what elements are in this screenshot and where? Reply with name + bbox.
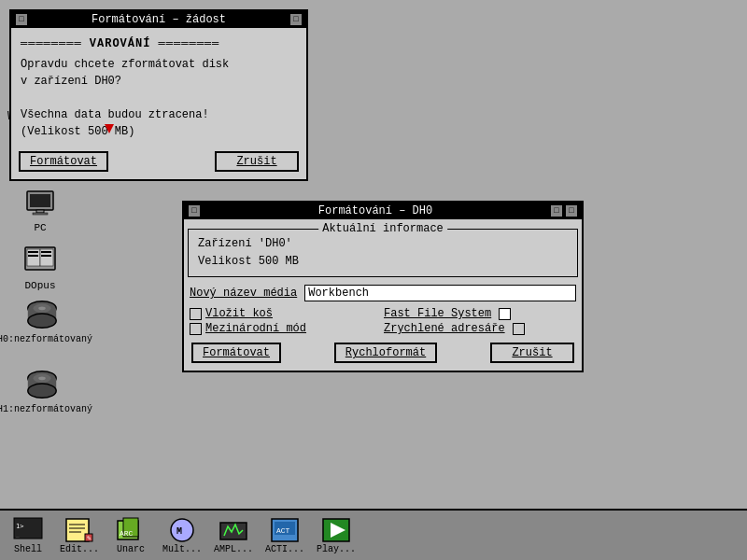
play-icon	[320, 516, 352, 544]
checkbox-mezinarodni-label: Mezinárodní mód	[205, 322, 306, 335]
checkbox-zrychlene-label: Zrychlené adresáře	[384, 322, 505, 335]
warning-line1: Opravdu chcete zformátovat disk	[21, 56, 297, 73]
checkbox-efs-box[interactable]	[499, 308, 511, 320]
format-format-btn[interactable]: Formátovat	[191, 343, 281, 363]
icon-dh0-label: DH0:nezformátovaný	[0, 334, 92, 344]
svg-text:✎: ✎	[87, 534, 92, 542]
format-min-btn[interactable]: □	[550, 204, 563, 217]
checkbox-zrychlene-box[interactable]	[513, 323, 525, 335]
warning-close-btn[interactable]: □	[15, 13, 28, 26]
taskbar: 1> _ Shell ✎ Edit... ARC	[0, 509, 747, 560]
format-max-btn[interactable]: □	[565, 204, 578, 217]
acti-icon: ACT	[269, 516, 301, 544]
svg-text:1>: 1>	[16, 523, 23, 530]
taskbar-mult-label: Mult...	[162, 544, 202, 554]
taskbar-play-label: Play...	[317, 544, 356, 554]
svg-rect-15	[28, 255, 38, 257]
warning-cancel-btn[interactable]: Zrušit	[215, 151, 299, 172]
svg-point-26	[38, 376, 46, 380]
shell-icon: 1> _	[12, 516, 44, 544]
checkbox-zrychlene[interactable]: Zrychlené adresáře	[384, 322, 576, 335]
new-name-label: Nový název média	[190, 287, 297, 300]
warning-titlebar: □ Formátování – žádost □	[11, 11, 306, 28]
info-box-title: Aktuální informace	[318, 222, 447, 235]
warning-resize-btn[interactable]: □	[289, 13, 303, 26]
taskbar-ampl-label: AMPL...	[214, 544, 253, 554]
edit-icon: ✎	[63, 516, 95, 544]
checkbox-grid: Vložit koš Fast File System Mezinárodní …	[184, 305, 582, 337]
taskbar-shell-label: Shell	[14, 544, 42, 554]
ampl-icon	[218, 516, 249, 544]
svg-text:ARC: ARC	[120, 529, 134, 538]
svg-rect-7	[30, 194, 50, 207]
warning-line2: v zařízení DH0?	[21, 73, 297, 90]
taskbar-unarc[interactable]: ARC Unarc	[106, 516, 155, 554]
format-buttons: Formátovat Rychloformát Zrušit	[184, 337, 582, 371]
svg-point-19	[28, 314, 56, 328]
mouse-cursor	[105, 124, 114, 133]
taskbar-unarc-label: Unarc	[117, 544, 145, 554]
format-title: Formátování – DH0	[201, 204, 550, 217]
taskbar-acti[interactable]: ACT ACTI...	[261, 516, 309, 554]
unarc-icon: ARC	[115, 516, 147, 544]
svg-point-21	[38, 306, 46, 310]
warning-line3: Všechna data budou ztracena!	[21, 106, 297, 123]
svg-rect-8	[36, 210, 44, 213]
svg-rect-13	[28, 251, 38, 253]
checkbox-mezinarodni[interactable]: Mezinárodní mód	[190, 322, 382, 335]
icon-pc-label: PC	[34, 222, 46, 233]
format-cancel-btn[interactable]: Zrušit	[490, 343, 574, 363]
svg-rect-16	[41, 255, 51, 257]
warning-buttons: Formátovat Zrušit	[11, 147, 306, 179]
svg-text:ACT: ACT	[276, 526, 290, 535]
checkbox-mezinarodni-box[interactable]	[190, 323, 202, 335]
format-close-btn[interactable]: □	[188, 204, 201, 217]
info-box: Aktuální informace Zařízení 'DH0' Veliko…	[188, 229, 578, 277]
warning-line4: (Velikost 500 MB)	[21, 123, 297, 140]
icon-pc[interactable]: PC	[7, 185, 73, 233]
checkbox-vložit-label: Vložit koš	[205, 307, 273, 320]
svg-rect-14	[41, 251, 51, 253]
svg-rect-9	[33, 213, 48, 215]
warning-text: ════════ VAROVÁNÍ ════════ Opravdu chcet…	[11, 28, 306, 147]
info-device: Zařízení 'DH0'	[198, 235, 568, 253]
svg-text:_: _	[16, 530, 20, 538]
svg-text:M: M	[176, 526, 182, 537]
checkbox-efs[interactable]: Fast File System	[384, 307, 576, 320]
checkbox-vložit-box[interactable]	[190, 308, 202, 320]
taskbar-edit[interactable]: ✎ Edit...	[55, 516, 104, 554]
svg-point-24	[28, 384, 56, 398]
new-name-row: Nový název média	[184, 281, 582, 305]
warning-format-btn[interactable]: Formátovat	[19, 151, 108, 172]
desktop: WB3.9 HDD Games PC	[0, 0, 747, 509]
mult-icon: M	[166, 516, 198, 544]
icon-dh1[interactable]: DH1:nezformátovaný	[5, 367, 79, 414]
taskbar-play[interactable]: Play...	[312, 516, 360, 554]
format-dialog: □ Formátování – DH0 □ □ Aktuální informa…	[182, 201, 584, 372]
warning-header: ════════ VAROVÁNÍ ════════	[21, 35, 297, 52]
taskbar-ampl[interactable]: AMPL...	[209, 516, 258, 554]
icon-dopus[interactable]: DOpus	[7, 243, 73, 291]
format-quick-btn[interactable]: Rychloformát	[334, 343, 437, 363]
taskbar-shell[interactable]: 1> _ Shell	[4, 516, 52, 554]
taskbar-acti-label: ACTI...	[265, 544, 304, 554]
taskbar-edit-label: Edit...	[60, 544, 99, 554]
info-size: Velikost 500 MB	[198, 253, 568, 271]
icon-dh0[interactable]: DH0:nezformátovaný	[5, 297, 79, 344]
checkbox-vložit[interactable]: Vložit koš	[190, 307, 382, 320]
new-name-input[interactable]	[304, 285, 576, 301]
taskbar-mult[interactable]: M Mult...	[158, 516, 206, 554]
icon-dh1-label: DH1:nezformátovaný	[0, 404, 92, 414]
icon-dopus-label: DOpus	[24, 280, 55, 291]
format-titlebar: □ Formátování – DH0 □ □	[184, 203, 582, 219]
warning-title: Formátování – žádost	[28, 13, 289, 26]
warning-dialog: □ Formátování – žádost □ ════════ VAROVÁ…	[9, 9, 308, 181]
checkbox-efs-label: Fast File System	[384, 307, 491, 320]
